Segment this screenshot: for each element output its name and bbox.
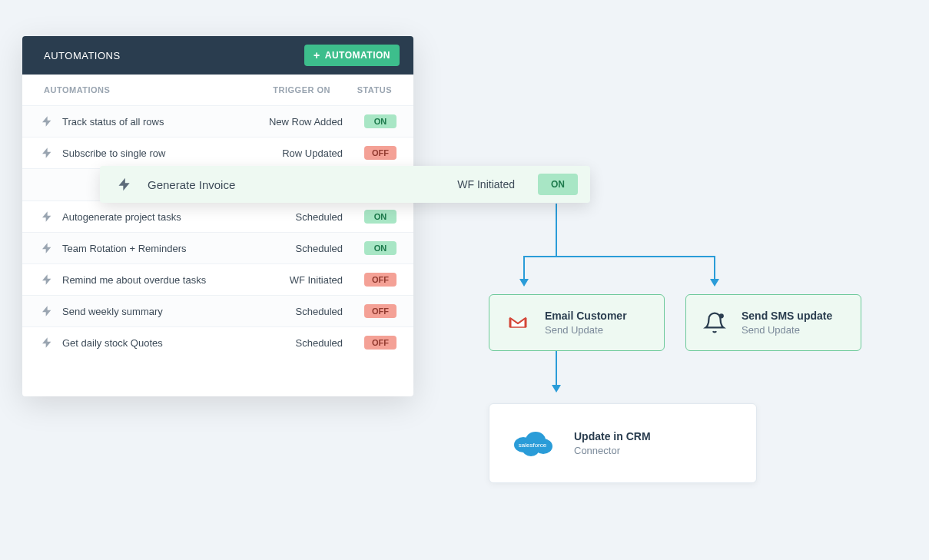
header-status: STATUS <box>346 85 392 94</box>
row-name: Generate Invoice <box>148 178 457 191</box>
automation-row[interactable]: Remind me about overdue tasks WF Initiat… <box>22 263 413 295</box>
action-title: Update in CRM <box>574 430 651 442</box>
lightning-icon <box>41 210 53 223</box>
automations-panel: AUTOMATIONS + AUTOMATION AUTOMATIONS TRI… <box>22 36 413 396</box>
header-trigger: TRIGGER ON <box>231 85 330 94</box>
row-name: Send weekly summary <box>62 306 243 317</box>
status-badge[interactable]: OFF <box>364 304 396 318</box>
action-card-sms[interactable]: Send SMS update Send Update <box>685 294 861 351</box>
table-header: AUTOMATIONS TRIGGER ON STATUS <box>22 75 413 105</box>
action-title: Email Customer <box>545 310 627 322</box>
action-card-email[interactable]: Email Customer Send Update <box>489 294 665 351</box>
svg-point-0 <box>719 313 724 318</box>
row-trigger: Scheduled <box>243 337 343 349</box>
arrow-icon <box>552 385 561 393</box>
row-name: Subscribe to single row <box>62 147 243 159</box>
arrow-icon <box>519 279 529 287</box>
action-card-crm[interactable]: salesforce Update in CRM Connector <box>489 403 757 483</box>
action-subtitle: Send Update <box>545 324 627 336</box>
automation-row[interactable]: Subscribe to single row Row Updated OFF <box>22 137 413 168</box>
action-subtitle: Connector <box>574 445 651 456</box>
status-badge[interactable]: OFF <box>364 146 396 160</box>
flow-connector <box>556 351 557 388</box>
status-badge[interactable]: OFF <box>364 273 396 287</box>
status-badge[interactable]: ON <box>364 114 396 128</box>
row-name: Remind me about overdue tasks <box>62 274 243 286</box>
row-trigger: Scheduled <box>243 243 343 254</box>
highlighted-automation-row[interactable]: Generate Invoice WF Initiated ON <box>100 166 590 203</box>
status-badge[interactable]: ON <box>538 174 578 195</box>
panel-title: AUTOMATIONS <box>44 50 121 61</box>
lightning-icon <box>41 305 53 317</box>
header-automations: AUTOMATIONS <box>44 85 231 94</box>
row-trigger: Scheduled <box>243 211 343 223</box>
arrow-icon <box>710 279 719 287</box>
row-name: Autogenerate project tasks <box>62 211 243 223</box>
add-automation-label: AUTOMATION <box>325 50 390 61</box>
row-trigger: WF Initiated <box>243 274 343 286</box>
lightning-icon <box>41 273 53 286</box>
automation-row[interactable]: Track status of all rows New Row Added O… <box>22 105 413 137</box>
status-badge[interactable]: ON <box>364 210 396 224</box>
automations-list: Track status of all rows New Row Added O… <box>22 105 413 396</box>
row-trigger: New Row Added <box>243 116 343 128</box>
lightning-icon <box>117 177 132 192</box>
bell-icon <box>702 310 728 336</box>
salesforce-icon: salesforce <box>509 426 556 460</box>
automation-row[interactable]: Get daily stock Quotes Scheduled OFF <box>22 326 413 358</box>
row-trigger: WF Initiated <box>457 178 515 191</box>
flow-connector <box>523 256 715 257</box>
row-name: Get daily stock Quotes <box>62 337 243 349</box>
flow-connector <box>556 204 557 256</box>
lightning-icon <box>41 147 53 159</box>
lightning-icon <box>41 115 53 128</box>
status-badge[interactable]: OFF <box>364 336 396 350</box>
automation-row[interactable]: Send weekly summary Scheduled OFF <box>22 295 413 326</box>
add-automation-button[interactable]: + AUTOMATION <box>304 45 400 66</box>
automation-row[interactable]: Team Rotation + Reminders Scheduled ON <box>22 232 413 263</box>
svg-text:salesforce: salesforce <box>519 442 547 449</box>
row-trigger: Row Updated <box>243 147 343 159</box>
status-badge[interactable]: ON <box>364 241 396 255</box>
row-trigger: Scheduled <box>243 306 343 317</box>
row-name: Track status of all rows <box>62 116 243 128</box>
gmail-icon <box>505 310 531 336</box>
lightning-icon <box>41 336 53 349</box>
row-name: Team Rotation + Reminders <box>62 243 243 254</box>
lightning-icon <box>41 242 53 254</box>
automation-row[interactable]: Autogenerate project tasks Scheduled ON <box>22 200 413 232</box>
action-title: Send SMS update <box>742 310 832 322</box>
action-subtitle: Send Update <box>742 324 832 336</box>
panel-header: AUTOMATIONS + AUTOMATION <box>22 36 413 75</box>
plus-icon: + <box>314 49 320 61</box>
